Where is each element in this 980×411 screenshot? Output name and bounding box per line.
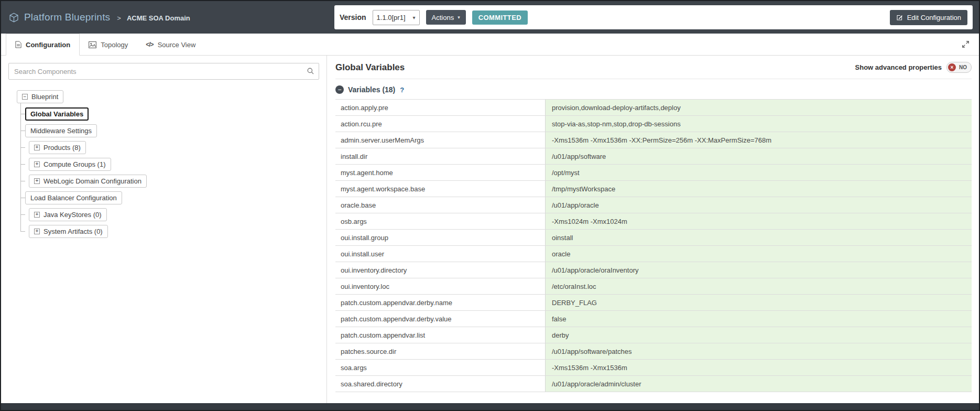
variable-value[interactable]: /tmp/mystWorkspace [545, 181, 972, 197]
app-window: Platform Blueprints > ACME SOA Domain Ve… [0, 0, 980, 411]
tree-item-label: Middleware Settings [30, 127, 92, 135]
platform-blueprints-icon [8, 12, 19, 23]
tree-item-label: Load Balancer Configuration [30, 194, 117, 202]
variable-name: action.rcu.pre [335, 116, 545, 132]
tree-item-label: Products (8) [43, 144, 81, 152]
version-toolbar: Version 1.1.0[pr1] ▾ Actions ▾ COMMITTED… [334, 5, 973, 29]
variables-section-title: Variables (18) [348, 85, 395, 94]
main-header: Global Variables Show advanced propertie… [335, 62, 972, 79]
breadcrumb: Platform Blueprints > ACME SOA Domain [8, 12, 190, 23]
variable-name: myst.agent.workspace.base [335, 181, 545, 197]
variable-name: action.apply.pre [335, 100, 545, 115]
variable-name: oui.install.user [335, 246, 545, 262]
expand-plus-icon[interactable]: + [34, 212, 40, 218]
variable-value[interactable]: -Xms1024m -Xmx1024m [545, 213, 972, 229]
variable-row: patches.source.dir/u01/app/software/patc… [335, 343, 972, 360]
version-select[interactable]: 1.1.0[pr1] ▾ [373, 10, 420, 25]
tree-item-system-artifacts-0[interactable]: +System Artifacts (0) [29, 225, 108, 238]
tree-row: Load Balancer Configuration [20, 189, 319, 206]
variable-row: oracle.base/u01/app/oracle [335, 197, 972, 213]
code-icon: </> [146, 41, 153, 48]
search-input[interactable] [8, 63, 319, 80]
variable-name: patch.custom.appendvar.derby.name [335, 295, 545, 310]
variable-row: patch.custom.appendvar.listderby [335, 327, 972, 343]
variable-value[interactable]: stop-via-as,stop-nm,stop,drop-db-session… [545, 116, 972, 132]
tab-topology[interactable]: Topology [80, 34, 137, 56]
actions-button-label: Actions [432, 14, 454, 21]
variable-value[interactable]: /u01/app/oracle/admin/cluster [545, 376, 972, 392]
tab-label: Topology [101, 41, 128, 49]
variable-row: soa.args-Xms1536m -Xmx1536m [335, 360, 972, 376]
collapse-icon[interactable]: − [22, 94, 28, 100]
actions-button[interactable]: Actions ▾ [426, 10, 466, 25]
variables-section-header: − Variables (18) ? [335, 85, 972, 94]
variables-table: action.apply.preprovision,download-deplo… [335, 99, 972, 392]
variable-value[interactable]: /u01/app/oracle/oraInventory [545, 262, 972, 278]
expand-plus-icon[interactable]: + [34, 145, 40, 150]
variable-row: patch.custom.appendvar.derby.valuefalse [335, 311, 972, 327]
variable-value[interactable]: provision,download-deploy-artifacts,depl… [545, 100, 972, 115]
component-tree: − Blueprint Global VariablesMiddleware S… [8, 90, 319, 240]
collapse-section-icon[interactable]: − [335, 85, 344, 94]
tab-label: Configuration [26, 41, 70, 49]
variable-name: patches.source.dir [335, 343, 545, 359]
variable-name: oui.install.group [335, 230, 545, 245]
variable-name: oui.inventory.directory [335, 262, 545, 278]
tree-item-weblogic-domain-configuration[interactable]: +WebLogic Domain Configuration [29, 175, 147, 188]
variable-name: admin.server.userMemArgs [335, 132, 545, 148]
tree-row: +Java KeyStores (0) [20, 206, 319, 223]
tree-item-java-keystores-0[interactable]: +Java KeyStores (0) [29, 208, 107, 221]
expand-plus-icon[interactable]: + [34, 161, 40, 167]
tree-item-middleware-settings[interactable]: Middleware Settings [25, 124, 97, 137]
tab-source-view[interactable]: </> Source View [137, 34, 204, 56]
tree-row: +Compute Groups (1) [20, 156, 319, 172]
tree-root-blueprint[interactable]: − Blueprint [17, 90, 63, 103]
variable-name: soa.args [335, 360, 545, 375]
variable-value[interactable]: -Xms1536m -Xmx1536m [545, 360, 972, 375]
tree-item-load-balancer-configuration[interactable]: Load Balancer Configuration [25, 191, 122, 204]
search-icon [307, 67, 314, 77]
variable-value[interactable]: -Xms1536m -Xmx1536m -XX:PermSize=256m -X… [545, 132, 972, 148]
search-box [8, 63, 319, 80]
variable-row: oui.inventory.directory/u01/app/oracle/o… [335, 262, 972, 278]
status-badge: COMMITTED [472, 10, 528, 25]
advanced-properties-control: Show advanced properties × NO [855, 62, 972, 73]
variable-value[interactable]: /u01/app/software/patches [545, 343, 972, 359]
tree-item-products-8[interactable]: +Products (8) [29, 141, 86, 154]
variable-row: install.dir/u01/app/software [335, 148, 972, 165]
expand-plus-icon[interactable]: + [34, 229, 40, 234]
tree-item-label: System Artifacts (0) [43, 228, 103, 235]
variable-value[interactable]: /u01/app/oracle [545, 197, 972, 213]
advanced-toggle[interactable]: × NO [946, 62, 972, 73]
edit-pencil-icon [896, 14, 903, 21]
toggle-x-icon: × [948, 63, 956, 71]
help-icon[interactable]: ? [400, 86, 404, 94]
edit-configuration-button[interactable]: Edit Configuration [890, 10, 967, 25]
variable-value[interactable]: derby [545, 327, 972, 343]
variable-row: action.apply.preprovision,download-deplo… [335, 100, 972, 116]
variable-row: oui.install.useroracle [335, 246, 972, 262]
variable-row: soa.shared.directory/u01/app/oracle/admi… [335, 376, 972, 392]
variable-name: patch.custom.appendvar.derby.value [335, 311, 545, 327]
variable-value[interactable]: oinstall [545, 230, 972, 245]
expand-plus-icon[interactable]: + [34, 178, 40, 184]
variable-value[interactable]: DERBY_FLAG [545, 295, 972, 310]
variable-value[interactable]: false [545, 311, 972, 327]
variable-value[interactable]: /etc/oraInst.loc [545, 278, 972, 294]
tree-item-compute-groups-1[interactable]: +Compute Groups (1) [29, 158, 111, 171]
tab-configuration[interactable]: Configuration [6, 34, 80, 56]
variable-value[interactable]: oracle [545, 246, 972, 262]
chevron-down-icon: ▾ [413, 15, 416, 20]
fullscreen-expand-icon[interactable] [960, 38, 972, 50]
tree-item-label: Compute Groups (1) [43, 160, 106, 168]
tree-item-label: Global Variables [30, 110, 83, 118]
app-title-link[interactable]: Platform Blueprints [24, 12, 110, 23]
app-footer [1, 403, 979, 410]
variable-value[interactable]: /u01/app/software [545, 148, 972, 164]
variable-value[interactable]: /opt/myst [545, 165, 972, 180]
tree-row: Middleware Settings [20, 122, 319, 139]
variable-name: soa.shared.directory [335, 376, 545, 392]
tree-item-global-variables[interactable]: Global Variables [25, 107, 89, 121]
document-icon [15, 41, 21, 48]
app-header: Platform Blueprints > ACME SOA Domain Ve… [1, 1, 979, 34]
